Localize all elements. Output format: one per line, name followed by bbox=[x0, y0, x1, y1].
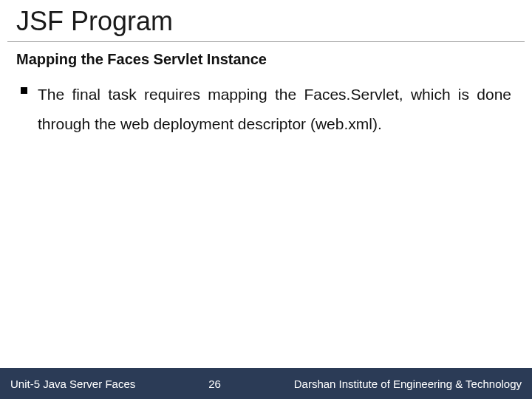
bullet-text: The final task requires mapping the Face… bbox=[38, 80, 511, 139]
footer-right: Darshan Institute of Engineering & Techn… bbox=[294, 378, 522, 390]
slide: JSF Program Mapping the Faces Servlet In… bbox=[0, 0, 532, 399]
square-bullet-icon bbox=[21, 87, 27, 94]
slide-subtitle: Mapping the Faces Servlet Instance bbox=[0, 51, 532, 80]
title-divider bbox=[7, 41, 525, 42]
bullet-item: The final task requires mapping the Face… bbox=[21, 80, 511, 139]
slide-footer: Unit-5 Java Server Faces 26 Darshan Inst… bbox=[0, 368, 532, 399]
slide-title: JSF Program bbox=[0, 0, 532, 41]
footer-page-number: 26 bbox=[135, 378, 294, 390]
footer-left: Unit-5 Java Server Faces bbox=[10, 378, 135, 390]
slide-body: The final task requires mapping the Face… bbox=[0, 80, 532, 368]
